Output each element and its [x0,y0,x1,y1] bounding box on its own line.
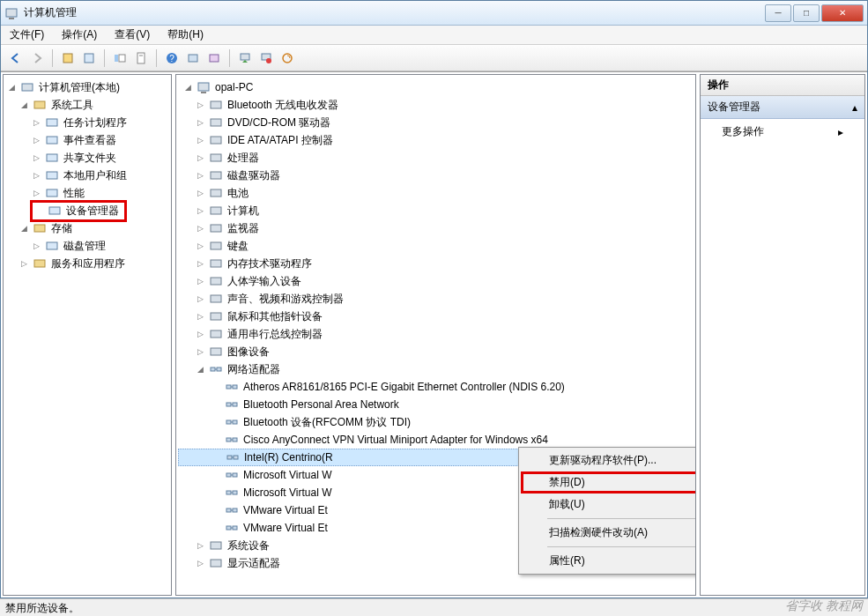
svg-rect-71 [226,526,231,530]
svg-rect-20 [47,154,57,161]
tb-icon-6[interactable] [183,48,203,68]
context-menu-item[interactable]: 禁用(D) [521,471,696,494]
svg-rect-32 [211,154,221,161]
svg-rect-21 [47,172,57,179]
context-menu-item[interactable]: 属性(R) [521,550,696,572]
device-item[interactable]: ·Atheros AR8161/8165 PCI-E Gigabit Ether… [178,378,694,396]
nav-subitem[interactable]: ▷磁盘管理 [5,237,169,255]
actions-pane: 操作 设备管理器 ▴ 更多操作 ▸ [700,74,865,596]
device-item[interactable]: ▷监视器 [178,219,694,237]
svg-rect-3 [85,54,93,63]
menu-file[interactable]: 文件(F) [4,26,49,44]
svg-rect-12 [241,54,249,60]
status-bar: 禁用所选设备。 [0,598,868,616]
tb-icon-2[interactable] [79,48,99,68]
svg-rect-45 [217,367,221,371]
svg-rect-43 [211,348,221,355]
help-icon[interactable]: ? [162,48,182,68]
more-actions[interactable]: 更多操作 ▸ [701,119,864,145]
menu-help[interactable]: 帮助(H) [162,26,209,44]
nav-item[interactable]: ◢系统工具 [5,96,169,114]
svg-rect-10 [189,55,197,62]
minimize-button[interactable]: ─ [765,4,791,22]
forward-button[interactable] [27,48,47,68]
svg-rect-75 [211,560,221,567]
svg-rect-72 [233,526,237,530]
device-item[interactable]: ▷内存技术驱动程序 [178,255,694,272]
tb-icon-9[interactable] [256,48,276,68]
tb-icon-3[interactable] [110,48,130,68]
svg-rect-66 [233,491,237,494]
nav-root[interactable]: ◢ 计算机管理(本地) [5,78,169,96]
device-item[interactable]: ◢网络适配器 [178,360,694,378]
tb-icon-4[interactable] [131,48,151,68]
context-menu-item[interactable]: 卸载(U) [521,494,696,516]
svg-rect-29 [211,101,221,108]
svg-rect-41 [211,313,221,320]
svg-rect-11 [210,55,219,62]
svg-rect-47 [226,385,231,389]
content-area: ◢ 计算机管理(本地) ◢系统工具▷任务计划程序▷事件查看器▷共享文件夹▷本地用… [1,71,867,597]
device-item[interactable]: ▷计算机 [178,202,694,219]
svg-rect-22 [47,189,57,197]
svg-text:?: ? [169,54,174,63]
toolbar-separator [52,49,53,67]
device-item[interactable]: ▷鼠标和其他指针设备 [178,308,694,325]
svg-rect-35 [211,207,221,214]
actions-section[interactable]: 设备管理器 ▴ [701,96,864,119]
device-item[interactable]: ·Bluetooth Personal Area Network [178,396,694,413]
device-root[interactable]: ◢ opal-PC [178,78,694,96]
context-menu-item[interactable]: 更新驱动程序软件(P)... [521,449,696,471]
menu-view[interactable]: 查看(V) [109,26,155,44]
device-item[interactable]: ▷声音、视频和游戏控制器 [178,290,694,308]
svg-rect-48 [233,385,237,389]
device-item[interactable]: ·Bluetooth 设备(RFCOMM 协议 TDI) [178,413,694,431]
device-item[interactable]: ▷处理器 [178,149,694,167]
svg-rect-28 [201,92,206,93]
nav-subitem[interactable]: ▷事件查看器 [5,131,169,149]
device-item[interactable]: ▷电池 [178,184,694,202]
device-item[interactable]: ▷人体学输入设备 [178,272,694,290]
nav-subitem[interactable]: ▷共享文件夹 [5,149,169,167]
device-item[interactable]: ·Cisco AnyConnect VPN Virtual Miniport A… [178,431,694,449]
menu-separator [547,546,696,547]
svg-rect-69 [233,508,237,512]
nav-item[interactable]: ▷服务和应用程序 [5,255,169,272]
tb-icon-8[interactable] [235,48,255,68]
device-item[interactable]: ▷键盘 [178,237,694,255]
nav-tree: ◢ 计算机管理(本地) ◢系统工具▷任务计划程序▷事件查看器▷共享文件夹▷本地用… [4,75,171,276]
menu-action[interactable]: 操作(A) [56,26,102,44]
svg-rect-25 [47,242,57,249]
tb-icon-1[interactable] [58,48,78,68]
svg-rect-68 [226,508,231,512]
nav-subitem[interactable]: ·设备管理器 [5,202,169,219]
device-item[interactable]: ▷Bluetooth 无线电收发器 [178,96,694,114]
svg-rect-74 [211,542,221,549]
tb-icon-7[interactable] [204,48,224,68]
device-item[interactable]: ▷DVD/CD-ROM 驱动器 [178,114,694,131]
svg-rect-1 [9,18,14,19]
svg-rect-59 [227,456,232,459]
svg-rect-38 [211,260,221,267]
back-button[interactable] [6,48,26,68]
nav-subitem[interactable]: ▷本地用户和组 [5,167,169,184]
device-item[interactable]: ▷磁盘驱动器 [178,167,694,184]
actions-section-label: 设备管理器 [708,100,760,115]
device-item[interactable]: ▷IDE ATA/ATAPI 控制器 [178,131,694,149]
device-item[interactable]: ▷图像设备 [178,343,694,360]
nav-subitem[interactable]: ▷任务计划程序 [5,114,169,131]
toolbar-separator [229,49,230,67]
svg-rect-26 [34,260,45,267]
context-menu-item[interactable]: 扫描检测硬件改动(A) [521,522,696,544]
maximize-button[interactable]: □ [793,4,820,22]
svg-rect-5 [119,55,125,62]
close-button[interactable]: ✕ [821,4,864,22]
svg-rect-44 [211,367,215,371]
tb-icon-10[interactable] [278,48,297,68]
svg-rect-40 [211,295,221,302]
nav-item[interactable]: ◢存储 [5,219,169,237]
left-pane: ◢ 计算机管理(本地) ◢系统工具▷任务计划程序▷事件查看器▷共享文件夹▷本地用… [3,74,172,596]
svg-rect-60 [234,456,238,459]
toolbar-separator [104,49,105,67]
device-item[interactable]: ▷通用串行总线控制器 [178,325,694,343]
